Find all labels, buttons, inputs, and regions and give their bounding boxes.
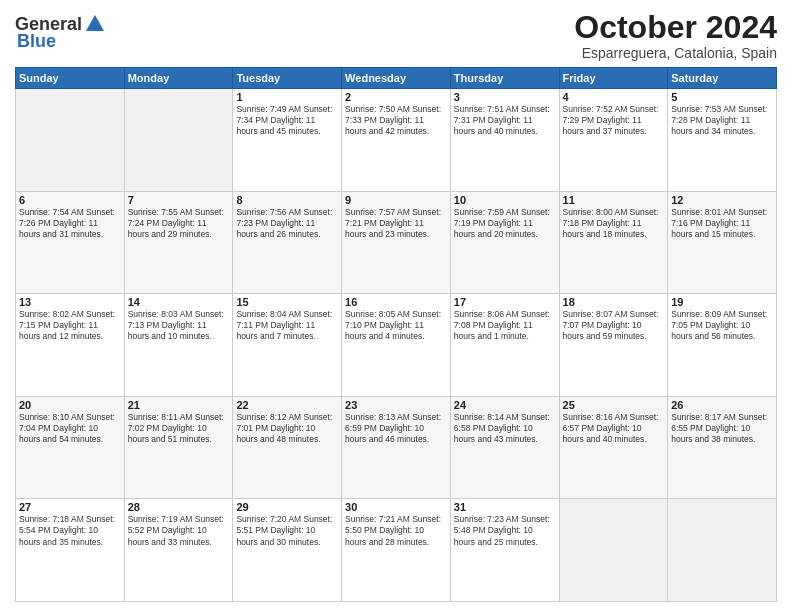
day-number: 8 (236, 194, 338, 206)
table-row: 23Sunrise: 8:13 AM Sunset: 6:59 PM Dayli… (342, 396, 451, 499)
day-number: 11 (563, 194, 665, 206)
table-row: 2Sunrise: 7:50 AM Sunset: 7:33 PM Daylig… (342, 89, 451, 192)
svg-marker-0 (86, 15, 104, 31)
day-info: Sunrise: 7:23 AM Sunset: 5:48 PM Dayligh… (454, 514, 556, 547)
day-number: 2 (345, 91, 447, 103)
day-number: 20 (19, 399, 121, 411)
table-row: 12Sunrise: 8:01 AM Sunset: 7:16 PM Dayli… (668, 191, 777, 294)
day-number: 26 (671, 399, 773, 411)
day-number: 6 (19, 194, 121, 206)
day-number: 16 (345, 296, 447, 308)
table-row: 1Sunrise: 7:49 AM Sunset: 7:34 PM Daylig… (233, 89, 342, 192)
day-number: 25 (563, 399, 665, 411)
day-info: Sunrise: 8:07 AM Sunset: 7:07 PM Dayligh… (563, 309, 665, 342)
day-info: Sunrise: 8:02 AM Sunset: 7:15 PM Dayligh… (19, 309, 121, 342)
day-info: Sunrise: 7:21 AM Sunset: 5:50 PM Dayligh… (345, 514, 447, 547)
day-number: 5 (671, 91, 773, 103)
day-info: Sunrise: 7:51 AM Sunset: 7:31 PM Dayligh… (454, 104, 556, 137)
logo-icon (84, 13, 106, 35)
table-row: 27Sunrise: 7:18 AM Sunset: 5:54 PM Dayli… (16, 499, 125, 602)
day-info: Sunrise: 7:19 AM Sunset: 5:52 PM Dayligh… (128, 514, 230, 547)
table-row (559, 499, 668, 602)
day-number: 3 (454, 91, 556, 103)
day-number: 29 (236, 501, 338, 513)
logo: General Blue (15, 14, 106, 52)
day-info: Sunrise: 8:03 AM Sunset: 7:13 PM Dayligh… (128, 309, 230, 342)
day-number: 4 (563, 91, 665, 103)
table-row: 5Sunrise: 7:53 AM Sunset: 7:28 PM Daylig… (668, 89, 777, 192)
table-row: 10Sunrise: 7:59 AM Sunset: 7:19 PM Dayli… (450, 191, 559, 294)
table-row: 9Sunrise: 7:57 AM Sunset: 7:21 PM Daylig… (342, 191, 451, 294)
header-wednesday: Wednesday (342, 68, 451, 89)
day-info: Sunrise: 7:54 AM Sunset: 7:26 PM Dayligh… (19, 207, 121, 240)
day-number: 9 (345, 194, 447, 206)
table-row: 7Sunrise: 7:55 AM Sunset: 7:24 PM Daylig… (124, 191, 233, 294)
header-monday: Monday (124, 68, 233, 89)
table-row (124, 89, 233, 192)
day-info: Sunrise: 7:59 AM Sunset: 7:19 PM Dayligh… (454, 207, 556, 240)
table-row: 6Sunrise: 7:54 AM Sunset: 7:26 PM Daylig… (16, 191, 125, 294)
table-row: 18Sunrise: 8:07 AM Sunset: 7:07 PM Dayli… (559, 294, 668, 397)
table-row: 28Sunrise: 7:19 AM Sunset: 5:52 PM Dayli… (124, 499, 233, 602)
day-info: Sunrise: 7:50 AM Sunset: 7:33 PM Dayligh… (345, 104, 447, 137)
table-row: 4Sunrise: 7:52 AM Sunset: 7:29 PM Daylig… (559, 89, 668, 192)
table-row: 31Sunrise: 7:23 AM Sunset: 5:48 PM Dayli… (450, 499, 559, 602)
day-number: 15 (236, 296, 338, 308)
day-number: 1 (236, 91, 338, 103)
table-row: 25Sunrise: 8:16 AM Sunset: 6:57 PM Dayli… (559, 396, 668, 499)
day-info: Sunrise: 7:20 AM Sunset: 5:51 PM Dayligh… (236, 514, 338, 547)
table-row: 22Sunrise: 8:12 AM Sunset: 7:01 PM Dayli… (233, 396, 342, 499)
month-title: October 2024 (574, 10, 777, 45)
day-number: 27 (19, 501, 121, 513)
table-row: 20Sunrise: 8:10 AM Sunset: 7:04 PM Dayli… (16, 396, 125, 499)
day-info: Sunrise: 8:13 AM Sunset: 6:59 PM Dayligh… (345, 412, 447, 445)
table-row: 3Sunrise: 7:51 AM Sunset: 7:31 PM Daylig… (450, 89, 559, 192)
table-row: 14Sunrise: 8:03 AM Sunset: 7:13 PM Dayli… (124, 294, 233, 397)
header-tuesday: Tuesday (233, 68, 342, 89)
day-number: 12 (671, 194, 773, 206)
header: General Blue October 2024 Esparreguera, … (15, 10, 777, 61)
day-number: 21 (128, 399, 230, 411)
day-info: Sunrise: 7:49 AM Sunset: 7:34 PM Dayligh… (236, 104, 338, 137)
page: General Blue October 2024 Esparreguera, … (0, 0, 792, 612)
day-info: Sunrise: 7:57 AM Sunset: 7:21 PM Dayligh… (345, 207, 447, 240)
table-row (16, 89, 125, 192)
day-info: Sunrise: 7:56 AM Sunset: 7:23 PM Dayligh… (236, 207, 338, 240)
day-info: Sunrise: 7:18 AM Sunset: 5:54 PM Dayligh… (19, 514, 121, 547)
table-row: 8Sunrise: 7:56 AM Sunset: 7:23 PM Daylig… (233, 191, 342, 294)
calendar-body: 1Sunrise: 7:49 AM Sunset: 7:34 PM Daylig… (16, 89, 777, 602)
table-row: 21Sunrise: 8:11 AM Sunset: 7:02 PM Dayli… (124, 396, 233, 499)
day-number: 7 (128, 194, 230, 206)
week-row-2: 6Sunrise: 7:54 AM Sunset: 7:26 PM Daylig… (16, 191, 777, 294)
day-info: Sunrise: 8:00 AM Sunset: 7:18 PM Dayligh… (563, 207, 665, 240)
day-info: Sunrise: 8:05 AM Sunset: 7:10 PM Dayligh… (345, 309, 447, 342)
table-row: 29Sunrise: 7:20 AM Sunset: 5:51 PM Dayli… (233, 499, 342, 602)
day-info: Sunrise: 7:53 AM Sunset: 7:28 PM Dayligh… (671, 104, 773, 137)
day-number: 17 (454, 296, 556, 308)
day-info: Sunrise: 8:11 AM Sunset: 7:02 PM Dayligh… (128, 412, 230, 445)
header-thursday: Thursday (450, 68, 559, 89)
table-row: 30Sunrise: 7:21 AM Sunset: 5:50 PM Dayli… (342, 499, 451, 602)
week-row-3: 13Sunrise: 8:02 AM Sunset: 7:15 PM Dayli… (16, 294, 777, 397)
day-number: 10 (454, 194, 556, 206)
table-row: 16Sunrise: 8:05 AM Sunset: 7:10 PM Dayli… (342, 294, 451, 397)
day-number: 22 (236, 399, 338, 411)
day-info: Sunrise: 7:55 AM Sunset: 7:24 PM Dayligh… (128, 207, 230, 240)
day-number: 18 (563, 296, 665, 308)
header-saturday: Saturday (668, 68, 777, 89)
header-friday: Friday (559, 68, 668, 89)
day-number: 23 (345, 399, 447, 411)
day-info: Sunrise: 8:12 AM Sunset: 7:01 PM Dayligh… (236, 412, 338, 445)
table-row: 15Sunrise: 8:04 AM Sunset: 7:11 PM Dayli… (233, 294, 342, 397)
table-row: 24Sunrise: 8:14 AM Sunset: 6:58 PM Dayli… (450, 396, 559, 499)
day-info: Sunrise: 8:16 AM Sunset: 6:57 PM Dayligh… (563, 412, 665, 445)
day-info: Sunrise: 8:10 AM Sunset: 7:04 PM Dayligh… (19, 412, 121, 445)
day-info: Sunrise: 8:09 AM Sunset: 7:05 PM Dayligh… (671, 309, 773, 342)
day-number: 31 (454, 501, 556, 513)
table-row: 26Sunrise: 8:17 AM Sunset: 6:55 PM Dayli… (668, 396, 777, 499)
table-row: 13Sunrise: 8:02 AM Sunset: 7:15 PM Dayli… (16, 294, 125, 397)
day-number: 30 (345, 501, 447, 513)
week-row-1: 1Sunrise: 7:49 AM Sunset: 7:34 PM Daylig… (16, 89, 777, 192)
location: Esparreguera, Catalonia, Spain (574, 45, 777, 61)
logo-blue: Blue (17, 31, 56, 52)
